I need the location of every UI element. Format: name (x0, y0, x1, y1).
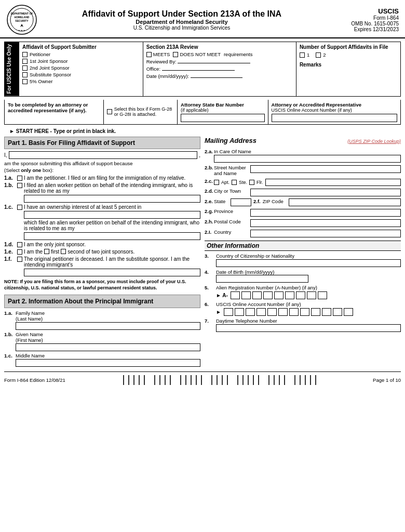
reviewed-by-input[interactable] (178, 63, 250, 63)
item-1d-label: 1.d. (4, 242, 16, 247)
date-input[interactable] (191, 77, 242, 78)
item-1c-input2[interactable] (24, 232, 200, 240)
ns-2-checkbox[interactable] (316, 52, 321, 58)
petitioner-checkbox[interactable] (22, 52, 28, 57)
item-1b-checkbox[interactable] (17, 183, 22, 188)
uscis-acct-box-9[interactable] (311, 308, 320, 316)
addr-2c-input[interactable] (265, 179, 401, 186)
right-column: Mailing Address (USPS ZIP Code Lookup) 2… (205, 137, 401, 368)
uscis-acct-box-1[interactable] (224, 308, 233, 316)
addr-2c-num: 2.c. (205, 178, 214, 184)
section-213a-col: Section 213A Review MEETS DOES NOT MEET … (143, 42, 296, 96)
uscis-acct-box-2[interactable] (235, 308, 244, 316)
part2-1b-content: Given Name(First Name) (16, 331, 200, 351)
uscis-acct-box-12[interactable] (344, 308, 353, 316)
addr-2a-input[interactable] (214, 155, 401, 163)
ste-label: Ste. (239, 180, 247, 185)
usps-link[interactable]: (USPS ZIP Code Lookup) (347, 139, 401, 144)
uscis-acct-box-3[interactable] (246, 308, 255, 316)
addr-2f-input[interactable] (289, 198, 401, 206)
item-1e-second-checkbox[interactable] (61, 249, 66, 254)
checkbox-2nd-joint: 2nd Joint Sponsor (22, 65, 140, 71)
field-4-row: 4. Date of Birth (mm/dd/yyyy) (205, 269, 401, 283)
five-pct-label: 5% Owner (30, 78, 52, 84)
accrep-input[interactable] (272, 114, 397, 122)
item-1c-text1: I have an ownership interest of at least… (24, 204, 200, 210)
a-box-4[interactable] (263, 291, 273, 299)
item-1c-checkbox[interactable] (17, 205, 22, 210)
a-box-7[interactable] (296, 291, 305, 299)
addr-2i-input[interactable] (250, 230, 401, 237)
does-not-meet-checkbox[interactable] (173, 52, 178, 57)
uscis-acct-box-4[interactable] (256, 308, 266, 316)
omb-number: OMB No. 1615-0075 (326, 21, 399, 26)
addr-2f-num: 2.f. (253, 198, 261, 204)
addr-2b-input[interactable] (250, 165, 401, 173)
substitute-checkbox[interactable] (22, 72, 28, 77)
item-1f-input[interactable] (24, 269, 200, 276)
uscis-acct-box-11[interactable] (333, 308, 342, 316)
item-1f-checkbox[interactable] (17, 257, 22, 262)
a-box-8[interactable] (307, 291, 316, 299)
meets-checkbox[interactable] (146, 52, 152, 57)
meets-label: MEETS (153, 51, 170, 57)
ste-checkbox[interactable] (232, 180, 237, 185)
first-joint-checkbox[interactable] (22, 59, 28, 64)
addr-2d-num: 2.d. (205, 188, 214, 194)
uscis-acct-box-7[interactable] (289, 308, 299, 316)
part2-1a-label: 1.a. (4, 310, 16, 316)
a-box-6[interactable] (285, 291, 294, 299)
part2-header: Part 2. Information About the Principal … (4, 295, 200, 308)
first-joint-label: 1st Joint Sponsor (30, 58, 68, 64)
part2-1c-input[interactable] (16, 359, 200, 367)
item-1b-input[interactable] (24, 195, 200, 203)
ns-1-checkbox[interactable] (300, 52, 305, 58)
addr-2e-input[interactable] (231, 198, 251, 206)
uscis-acct-box-8[interactable] (300, 308, 309, 316)
second-joint-checkbox[interactable] (22, 65, 28, 71)
item-1c-input1[interactable] (24, 211, 200, 219)
a-box-9[interactable] (318, 291, 327, 299)
a-box-2[interactable] (241, 291, 251, 299)
flr-checkbox[interactable] (249, 180, 254, 185)
item-1d-checkbox[interactable] (17, 242, 22, 247)
a-box-1[interactable] (231, 291, 240, 299)
addr-2g-input[interactable] (250, 209, 401, 217)
date-row: Date (mm/dd/yyyy): (146, 73, 293, 79)
addr-2h-input[interactable] (250, 219, 401, 227)
addr-2ef-row: 2.e. State 2.f. ZIP Code (205, 198, 401, 206)
sponsor-name-input[interactable] (9, 151, 198, 159)
uscis-acct-box-6[interactable] (278, 308, 288, 316)
field-3-input[interactable] (216, 259, 401, 267)
meets-block: MEETS (146, 51, 170, 57)
office-row: Office: (146, 66, 293, 72)
part2-1a-input[interactable] (16, 322, 200, 330)
svg-text:★ ★ ★: ★ ★ ★ (18, 29, 25, 32)
attorney-label3: (if any). (68, 108, 86, 113)
a-box-3[interactable] (252, 291, 262, 299)
five-pct-checkbox[interactable] (22, 79, 28, 84)
header: DEPARTMENT OF HOMELAND SECURITY ★ ★ ★ Af… (0, 0, 405, 38)
item-1e-checkbox[interactable] (17, 249, 22, 255)
uscis-acct-box-5[interactable] (267, 308, 277, 316)
addr-2h-row: 2.h. Postal Code (205, 219, 401, 227)
part2-1b-input[interactable] (16, 343, 200, 351)
footer-page: Page 1 of 10 (373, 377, 401, 383)
item-1e-first-checkbox[interactable] (44, 249, 49, 254)
a-box-5[interactable] (274, 291, 284, 299)
field-7-input[interactable] (216, 324, 401, 332)
part2-1b-fieldlabel: Given Name(First Name) (16, 331, 200, 343)
addr-2d-input[interactable] (250, 189, 401, 196)
part2-1c-row: 1.c. Middle Name (4, 353, 200, 367)
remarks-label: Remarks (300, 62, 397, 68)
office-input[interactable] (162, 70, 235, 71)
uscis-acct-box-10[interactable] (322, 308, 331, 316)
sponsor-name-row: I, , (4, 151, 200, 159)
g28-checkbox[interactable] (107, 109, 112, 114)
addr-2b-num: 2.b. (205, 165, 214, 170)
field-4-input[interactable] (216, 275, 308, 283)
apt-checkbox[interactable] (214, 180, 219, 185)
addr-2i-num: 2.I. (205, 229, 214, 235)
item-1a-checkbox[interactable] (17, 176, 22, 181)
bar-number-input[interactable] (181, 114, 265, 122)
